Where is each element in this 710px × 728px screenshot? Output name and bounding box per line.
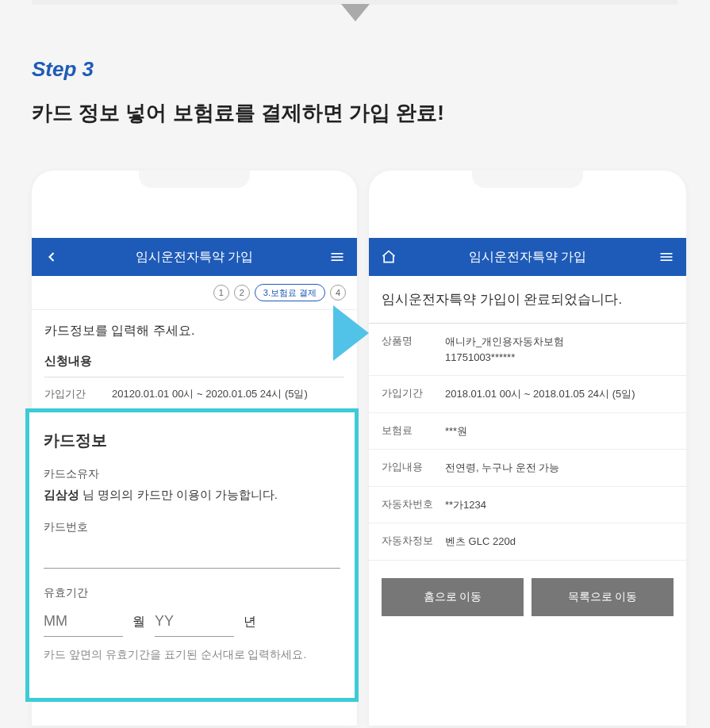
expiry-year-input[interactable] — [155, 607, 234, 637]
row-carnum: 자동차번호 **가1234 — [369, 487, 686, 524]
carinfo-value: 벤츠 GLC 220d — [445, 534, 674, 550]
expiry-label: 유효기간 — [44, 586, 340, 600]
menu-icon[interactable] — [328, 248, 346, 266]
owner-label: 카드소유자 — [44, 467, 340, 481]
period-label: 가입기간 — [44, 387, 112, 401]
period-value: 20120.01.01 00시 ~ 2020.01.05 24시 (5일) — [112, 387, 344, 401]
period-label: 가입기간 — [382, 386, 445, 400]
home-button[interactable]: 홈으로 이동 — [382, 578, 524, 616]
card-info-highlight: 카드정보 카드소유자 김삼성 님 명의의 카드만 이용이 가능합니다. 카드번호… — [25, 408, 359, 702]
arrow-down-icon — [341, 4, 370, 21]
expiry-month-input[interactable] — [44, 607, 123, 637]
step-3-active: 3.보험료 결제 — [255, 284, 325, 301]
phone-notch — [472, 171, 583, 188]
content-value: 전연령, 누구나 운전 가능 — [445, 460, 674, 476]
action-buttons: 홈으로 이동 목록으로 이동 — [369, 561, 686, 634]
info-row-period: 가입기간 20120.01.01 00시 ~ 2020.01.05 24시 (5… — [44, 377, 344, 412]
fee-label: 보험료 — [382, 423, 445, 438]
phone-mockup-right: 임시운전자특약 가입 임시운전자특약 가입이 완료되었습니다. 상품명 애니카_… — [369, 171, 686, 726]
card-number-label: 카드번호 — [44, 520, 340, 535]
fee-value: ***원 — [445, 423, 674, 439]
step-4: 4 — [330, 285, 346, 301]
content-area: 카드정보를 입력해 주세요. 신청내용 가입기간 20120.01.01 00시… — [32, 310, 357, 424]
carnum-value: **가1234 — [445, 497, 674, 513]
phone-notch — [139, 171, 250, 188]
owner-suffix: 님 명의의 카드만 이용이 가능합니다. — [79, 488, 278, 501]
month-unit: 월 — [132, 614, 145, 630]
expiry-helper: 카드 앞면의 유효기간을 표기된 순서대로 입력하세요. — [44, 648, 340, 662]
header-title: 임시운전자특약 가입 — [32, 249, 357, 266]
card-info-title: 카드정보 — [44, 430, 340, 451]
section-title: 신청내용 — [44, 354, 344, 369]
year-unit: 년 — [244, 614, 256, 630]
home-icon[interactable] — [380, 248, 397, 266]
product-value: 애니카_개인용자동차보험 11751003****** — [445, 334, 674, 365]
row-period: 가입기간 2018.01.01 00시 ~ 2018.01.05 24시 (5일… — [369, 376, 686, 413]
app-header: 임시운전자특약 가입 — [369, 238, 686, 276]
carnum-label: 자동차번호 — [382, 497, 445, 512]
row-carinfo: 자동차정보 벤츠 GLC 220d — [369, 523, 686, 561]
list-button[interactable]: 목록으로 이동 — [532, 578, 674, 616]
header-title: 임시운전자특약 가입 — [369, 249, 686, 266]
card-number-input[interactable] — [44, 541, 340, 569]
period-value: 2018.01.01 00시 ~ 2018.01.05 24시 (5일) — [445, 386, 674, 402]
step-label: Step 3 — [32, 57, 94, 82]
carinfo-label: 자동차정보 — [382, 534, 445, 548]
app-header: 임시운전자특약 가입 — [32, 238, 357, 276]
step-title: 카드 정보 넣어 보험료를 결제하면 가입 완료! — [32, 99, 444, 127]
expiry-row: 월 년 — [44, 607, 340, 637]
product-label: 상품명 — [382, 334, 445, 348]
owner-name: 김삼성 — [44, 488, 79, 501]
row-fee: 보험료 ***원 — [369, 413, 686, 450]
step-1: 1 — [213, 285, 229, 301]
row-product: 상품명 애니카_개인용자동차보험 11751003****** — [369, 324, 686, 376]
owner-text: 김삼성 님 명의의 카드만 이용이 가능합니다. — [44, 488, 340, 503]
details-table: 상품명 애니카_개인용자동차보험 11751003****** 가입기간 201… — [369, 323, 686, 561]
completion-message: 임시운전자특약 가입이 완료되었습니다. — [369, 276, 686, 323]
progress-steps: 1 2 3.보험료 결제 4 — [32, 276, 357, 310]
step-2: 2 — [234, 285, 250, 301]
menu-icon[interactable] — [658, 248, 675, 266]
row-content: 가입내용 전연령, 누구나 운전 가능 — [369, 450, 686, 487]
content-label: 가입내용 — [382, 460, 445, 474]
instruction-text: 카드정보를 입력해 주세요. — [44, 323, 344, 339]
back-icon[interactable] — [43, 248, 60, 266]
play-arrow-icon — [333, 305, 369, 361]
